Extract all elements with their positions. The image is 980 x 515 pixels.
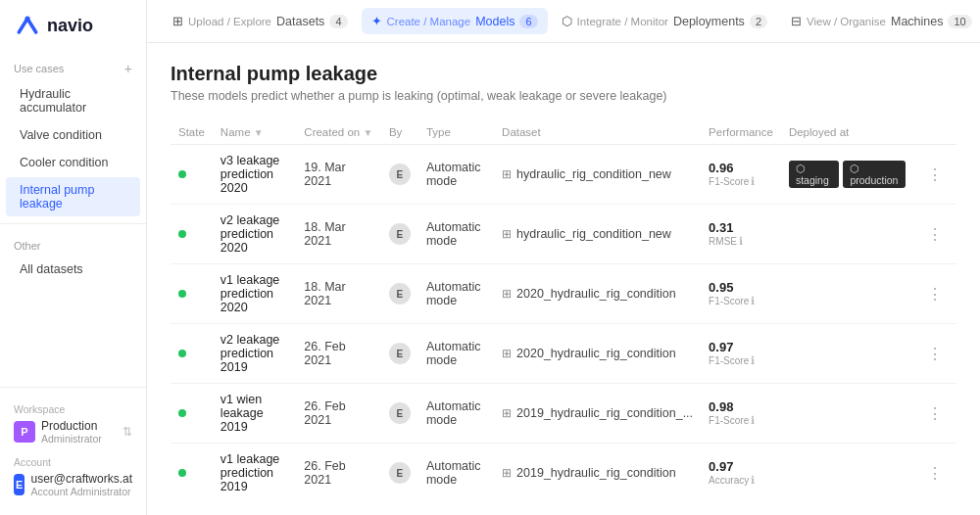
- row-state: [171, 205, 213, 264]
- table-row[interactable]: v1 leakage prediction 202018. Mar 2021EA…: [171, 264, 956, 324]
- row-deployed-at: ⬡ staging ⬡ production: [781, 145, 913, 205]
- models-icon: ✦: [371, 14, 382, 28]
- row-dataset[interactable]: ⊞2020_hydraulic_rig_condition: [494, 264, 701, 324]
- row-by-avatar: E: [389, 283, 411, 304]
- tab-models[interactable]: ✦ Create / Manage Models 6: [362, 8, 548, 34]
- info-icon: ℹ: [751, 354, 755, 367]
- row-performance: 0.97F1-Score ℹ: [701, 324, 781, 384]
- row-state: [171, 145, 213, 205]
- col-performance: Performance: [701, 120, 781, 145]
- more-options-button[interactable]: ⋮: [921, 402, 949, 425]
- sidebar-item-internal-pump-leakage[interactable]: Internal pump leakage: [6, 177, 140, 216]
- sidebar-item-cooler-condition[interactable]: Cooler condition: [6, 150, 140, 175]
- row-created-on: 26. Feb 2021: [296, 324, 381, 384]
- col-state: State: [171, 120, 213, 145]
- account-email: user@craftworks.at: [30, 472, 132, 486]
- workspace-arrows-icon: ⇅: [122, 425, 132, 439]
- row-dataset[interactable]: ⊞hydraulic_rig_condition_new: [494, 145, 701, 205]
- machines-icon: ⊟: [791, 14, 802, 28]
- row-type: Automatic mode: [418, 444, 494, 503]
- col-name[interactable]: Name ▼: [213, 120, 296, 145]
- row-by-avatar: E: [389, 402, 411, 424]
- sidebar-bottom: Workspace P Production Administrator ⇅ A…: [0, 387, 146, 515]
- status-dot: [178, 350, 186, 357]
- tab-datasets[interactable]: ⊞ Upload / Explore Datasets 4: [163, 8, 358, 34]
- row-name[interactable]: v3 leakage prediction 2020: [213, 145, 296, 205]
- account-avatar: E: [14, 474, 24, 495]
- row-by: E: [381, 324, 418, 384]
- row-more[interactable]: ⋮: [913, 324, 956, 384]
- row-more[interactable]: ⋮: [913, 145, 956, 205]
- row-dataset[interactable]: ⊞2019_hydraulic_rig_condition_...: [494, 384, 701, 444]
- row-name[interactable]: v1 wien leakage 2019: [213, 384, 296, 444]
- row-name[interactable]: v2 leakage prediction 2019: [213, 324, 296, 384]
- row-deployed-at: [781, 324, 913, 384]
- row-name[interactable]: v1 leakage prediction 2019: [213, 444, 296, 503]
- more-options-button[interactable]: ⋮: [921, 343, 949, 365]
- workspace-row[interactable]: P Production Administrator ⇅: [14, 419, 132, 445]
- created-sort-icon: ▼: [363, 127, 372, 138]
- col-created-on[interactable]: Created on ▼: [296, 120, 381, 145]
- info-icon: ℹ: [751, 295, 755, 307]
- row-type: Automatic mode: [418, 264, 494, 324]
- row-created-on: 26. Feb 2021: [296, 444, 381, 503]
- row-dataset[interactable]: ⊞hydraulic_rig_condition_new: [494, 205, 701, 264]
- more-options-button[interactable]: ⋮: [921, 283, 949, 305]
- deployments-icon: ⬡: [562, 14, 572, 28]
- table-row[interactable]: v2 leakage prediction 201926. Feb 2021EA…: [171, 324, 956, 384]
- row-performance: 0.96F1-Score ℹ: [701, 145, 781, 205]
- row-more[interactable]: ⋮: [913, 384, 956, 444]
- tab-machines[interactable]: ⊟ View / Organise Machines 10: [781, 8, 980, 34]
- col-by: By: [381, 120, 418, 145]
- row-dataset[interactable]: ⊞2019_hydraulic_rig_condition: [494, 444, 701, 503]
- deployments-count: 2: [750, 15, 767, 28]
- row-created-on: 19. Mar 2021: [296, 145, 381, 205]
- table-row[interactable]: v1 wien leakage 201926. Feb 2021EAutomat…: [171, 384, 956, 444]
- workspace-section: Workspace P Production Administrator ⇅: [0, 398, 146, 450]
- table-row[interactable]: v2 leakage prediction 202018. Mar 2021EA…: [171, 205, 956, 264]
- row-name[interactable]: v1 leakage prediction 2020: [213, 264, 296, 324]
- more-options-button[interactable]: ⋮: [921, 462, 949, 485]
- info-icon: ℹ: [751, 474, 755, 487]
- row-by-avatar: E: [389, 164, 411, 185]
- add-use-case-button[interactable]: +: [124, 61, 132, 76]
- row-dataset[interactable]: ⊞2020_hydraulic_rig_condition: [494, 324, 701, 384]
- datasets-icon: ⊞: [172, 14, 183, 28]
- status-dot: [178, 469, 186, 477]
- row-by: E: [381, 205, 418, 264]
- row-state: [171, 384, 213, 444]
- staging-tag: ⬡ staging: [789, 161, 839, 188]
- row-name[interactable]: v2 leakage prediction 2020: [213, 205, 296, 264]
- sidebar-item-valve-condition[interactable]: Valve condition: [6, 122, 140, 148]
- dataset-icon: ⊞: [502, 227, 512, 241]
- row-more[interactable]: ⋮: [913, 444, 956, 503]
- row-deployed-at: [781, 205, 913, 264]
- name-sort-icon: ▼: [254, 127, 264, 138]
- row-more[interactable]: ⋮: [913, 205, 956, 264]
- row-more[interactable]: ⋮: [913, 264, 956, 324]
- logo: navio: [0, 0, 146, 51]
- row-by: E: [381, 444, 418, 503]
- workspace-name: Production: [41, 419, 117, 433]
- content-area: Internal pump leakage These models predi…: [147, 43, 980, 515]
- row-state: [171, 324, 213, 384]
- row-performance: 0.31RMSE ℹ: [701, 205, 781, 264]
- table-row[interactable]: v3 leakage prediction 202019. Mar 2021EA…: [171, 145, 956, 205]
- row-by: E: [381, 384, 418, 444]
- row-type: Automatic mode: [418, 324, 494, 384]
- pagination: Page 1 of 1: [171, 502, 956, 515]
- col-deployed-at: Deployed at: [781, 120, 913, 145]
- datasets-count: 4: [329, 15, 347, 28]
- account-role: Account Administrator: [30, 486, 132, 497]
- table-row[interactable]: v1 leakage prediction 201926. Feb 2021EA…: [171, 444, 956, 503]
- tab-deployments[interactable]: ⬡ Integrate / Monitor Deployments 2: [552, 8, 777, 34]
- status-dot: [178, 290, 186, 298]
- dataset-icon: ⊞: [502, 287, 512, 301]
- more-options-button[interactable]: ⋮: [921, 164, 949, 186]
- row-by-avatar: E: [389, 223, 411, 245]
- sidebar-item-hydraulic-accumulator[interactable]: Hydraulic accumulator: [6, 81, 140, 120]
- row-state: [171, 444, 213, 503]
- more-options-button[interactable]: ⋮: [921, 223, 949, 246]
- sidebar-item-all-datasets[interactable]: All datasets: [6, 257, 140, 282]
- row-type: Automatic mode: [418, 145, 494, 205]
